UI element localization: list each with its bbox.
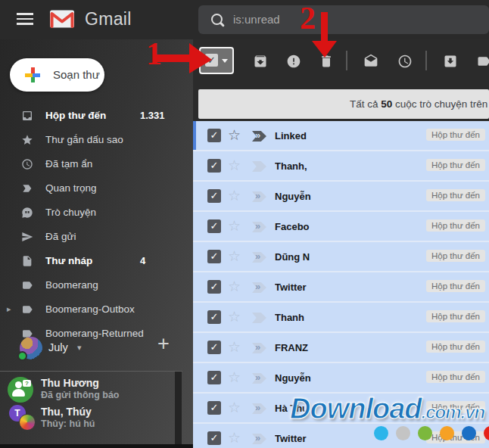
sidebar-item-label: Boomerang-Outbox <box>45 303 135 315</box>
row-checkbox[interactable]: ✓ <box>207 250 221 263</box>
star-icon[interactable]: ☆ <box>228 400 241 415</box>
importance-marker-icon[interactable]: » <box>252 191 266 202</box>
importance-marker-icon[interactable]: » <box>252 252 266 263</box>
star-icon[interactable]: ☆ <box>228 188 241 204</box>
star-icon[interactable]: ☆ <box>228 278 241 294</box>
row-checkbox[interactable]: ✓ <box>207 159 221 173</box>
chat-status: Đã gửi thông báo <box>41 390 120 400</box>
sender-name: Hà Thu <box>275 403 337 414</box>
sidebar-item-chat[interactable]: Trò chuyện <box>0 201 193 225</box>
profile-caret-icon[interactable]: ▾ <box>77 343 82 353</box>
compose-label: Soạn thư <box>53 68 100 81</box>
importance-marker-icon[interactable]: » <box>252 313 266 323</box>
delete-button[interactable] <box>317 52 335 70</box>
draft-icon <box>21 255 33 267</box>
sidebar-nav: Hộp thư đến 1.331 Thư gắn dấu sao Đã tạm… <box>0 104 193 339</box>
row-checkbox[interactable]: ✓ <box>207 341 221 354</box>
sidebar-item-send[interactable]: Đã gửi <box>0 225 193 249</box>
importance-marker-icon[interactable]: » <box>252 131 266 142</box>
row-checkbox[interactable]: ✓ <box>207 310 221 324</box>
star-icon[interactable]: ☆ <box>228 369 241 385</box>
move-to-button[interactable] <box>441 52 459 70</box>
select-dropdown-caret-icon[interactable] <box>222 59 228 63</box>
report-spam-icon <box>286 54 301 69</box>
sidebar-item-star[interactable]: Thư gắn dấu sao <box>0 128 193 152</box>
email-row[interactable]: ✓ ☆ » Dũng N Hộp thư đến <box>193 242 489 272</box>
send-icon <box>21 231 33 243</box>
email-row[interactable]: ✓ ☆ » Facebo Hộp thư đến <box>193 212 489 242</box>
star-icon[interactable]: ☆ <box>228 157 241 173</box>
star-icon[interactable]: ☆ <box>228 339 241 355</box>
row-checkbox[interactable]: ✓ <box>207 401 221 415</box>
star-icon[interactable]: ☆ <box>228 309 241 325</box>
expand-arrow-icon[interactable]: ▸ <box>7 304 11 314</box>
email-row[interactable]: ✓ ☆ » Linked Hộp thư đến <box>193 121 489 151</box>
importance-marker-icon[interactable]: » <box>252 373 266 384</box>
row-checkbox[interactable]: ✓ <box>207 431 221 445</box>
star-icon <box>21 134 33 146</box>
star-icon[interactable]: ☆ <box>228 218 241 234</box>
sidebar-item-draft[interactable]: Thư nháp 4 <box>0 249 193 273</box>
row-checkbox[interactable]: ✓ <box>207 129 221 142</box>
snooze-button[interactable] <box>396 52 414 70</box>
chat-item[interactable]: T Thu, Thúy Thủy: hú hú <box>0 405 182 432</box>
profile-name[interactable]: July <box>48 341 68 353</box>
sidebar-item-snooze[interactable]: Đã tạm ẩn <box>0 152 193 176</box>
row-checkbox[interactable]: ✓ <box>207 219 221 233</box>
inbox-label-badge: Hộp thư đến <box>426 310 485 322</box>
importance-marker-icon[interactable]: » <box>252 403 266 414</box>
importance-marker-icon[interactable]: » <box>252 282 266 293</box>
email-row[interactable]: ✓ ☆ » FRANZ Hộp thư đến <box>193 333 489 363</box>
profile-avatar[interactable] <box>20 337 42 359</box>
sidebar-item-label: Đã gửi <box>45 231 76 242</box>
inbox-label-badge: Hộp thư đến <box>426 280 485 292</box>
important-icon <box>21 182 33 194</box>
search-box[interactable]: is:unread <box>198 5 489 34</box>
archive-icon <box>253 54 268 69</box>
mark-as-read-button[interactable] <box>362 52 380 70</box>
sidebar-item-label: Hộp thư đến <box>45 110 106 121</box>
inbox-icon <box>21 110 33 122</box>
sidebar-item-inbox[interactable]: Hộp thư đến 1.331 <box>0 104 193 128</box>
importance-marker-icon[interactable]: » <box>252 222 266 232</box>
sidebar: Soạn thư Hộp thư đến 1.331 Thư gắn dấu s… <box>0 39 193 448</box>
toolbar-separator <box>346 51 347 70</box>
add-contact-button[interactable]: + <box>157 332 170 356</box>
snooze-icon <box>21 158 33 170</box>
email-row[interactable]: ✓ ☆ » Nguyễn Hộp thư đến <box>193 363 489 394</box>
email-row[interactable]: ✓ ☆ » Thanh Hộp thư đến <box>193 303 489 333</box>
star-icon[interactable]: ☆ <box>228 430 241 446</box>
chat-item[interactable]: ? Thu Hương Đã gửi thông báo <box>0 376 182 403</box>
importance-marker-icon[interactable]: » <box>252 434 266 444</box>
chat-status: Thủy: hú hú <box>41 418 95 429</box>
search-query[interactable]: is:unread <box>233 13 280 26</box>
archive-button[interactable] <box>251 52 269 70</box>
row-checkbox[interactable]: ✓ <box>207 280 221 294</box>
importance-marker-icon[interactable]: » <box>252 343 266 353</box>
sender-name: Twitter <box>275 282 337 293</box>
sender-name: Linked <box>275 130 337 142</box>
search-icon <box>211 14 223 25</box>
email-row[interactable]: ✓ ☆ » Twitter Hộp thư đến <box>193 272 489 303</box>
labels-button[interactable] <box>475 52 489 70</box>
sidebar-item-label[interactable]: Boomerang <box>0 273 193 297</box>
sidebar-item-important[interactable]: Quan trọng <box>0 176 193 201</box>
star-icon[interactable]: ☆ <box>228 248 241 264</box>
hamburger-menu-icon[interactable] <box>17 13 33 25</box>
email-row[interactable]: ✓ ☆ » Nguyễn Hộp thư đến <box>193 182 489 212</box>
profile-row: July ▾ + <box>0 335 193 366</box>
email-row[interactable]: ✓ ☆ » Hà Thu Hộp thư đến <box>193 394 489 424</box>
row-checkbox[interactable]: ✓ <box>207 371 221 384</box>
email-row[interactable]: ✓ ☆ » Twitter Hộp thư đến <box>193 424 489 448</box>
report-spam-button[interactable] <box>285 52 303 70</box>
sidebar-item-label[interactable]: ▸ Boomerang-Outbox <box>0 297 193 322</box>
row-checkbox[interactable]: ✓ <box>207 189 221 203</box>
sidebar-scrollbar[interactable] <box>175 372 182 448</box>
email-row[interactable]: ✓ ☆ » Thanh, Hộp thư đến <box>193 151 489 182</box>
compose-plus-icon <box>25 67 40 82</box>
importance-marker-icon[interactable]: » <box>252 161 266 172</box>
select-all-button[interactable]: ✓ <box>199 47 234 74</box>
compose-button[interactable]: Soạn thư <box>10 58 104 92</box>
select-all-checkbox[interactable]: ✓ <box>205 54 218 67</box>
star-icon[interactable]: ☆ <box>228 127 241 143</box>
